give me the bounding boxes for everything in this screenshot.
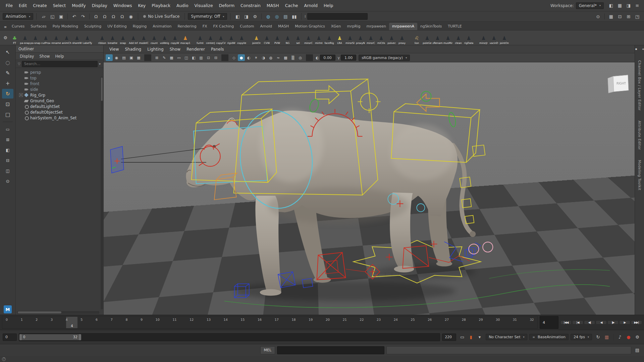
viewport-menu[interactable]: Panels [208, 47, 227, 52]
frame-selected-icon[interactable]: ⊡ [616, 13, 624, 20]
shelf-tab[interactable]: FX [200, 23, 210, 30]
menubar-item[interactable]: Audio [173, 0, 192, 11]
shelf-gear-icon[interactable]: ⚙ [1, 34, 9, 42]
playback-start-field[interactable]: 0 [3, 334, 17, 341]
toggle-left-panel-icon[interactable]: ◧ [607, 2, 615, 9]
shelf-item[interactable]: jointOr [251, 31, 262, 45]
current-frame-field[interactable]: 4 [540, 316, 558, 329]
image-plane-icon[interactable]: ▦ [135, 54, 142, 61]
move-tool[interactable]: + [2, 78, 13, 88]
timeline-frame-label[interactable]: 6 [96, 318, 98, 321]
wireframe-icon[interactable]: ◇ [230, 54, 237, 61]
timeline-frame-label[interactable]: 12 [190, 318, 194, 321]
zoom-tool-icon[interactable]: ⊙ [2, 176, 13, 186]
playback-range[interactable]: 0 32 [20, 334, 81, 340]
step-back-key-button[interactable]: |◀ [572, 320, 583, 324]
outliner-item[interactable]: hairSystem_0_Anim_Set [19, 115, 103, 121]
shelf-item[interactable]: jointOn [499, 31, 509, 45]
animation-end-field[interactable]: 220 [442, 334, 456, 341]
timeline-frame-label[interactable]: 17 [275, 318, 279, 321]
shelf-tab[interactable]: ngSkinTools [417, 23, 445, 30]
save-scene-icon[interactable]: ▣ [57, 13, 65, 20]
shelf-tab[interactable]: XGen [328, 23, 344, 30]
shelf-item[interactable]: mirorJr [478, 31, 489, 45]
timeline-frame-label[interactable]: 4 [66, 318, 68, 321]
toggle-panel-grid-icon[interactable]: ▦ [616, 2, 624, 9]
selection-highlight-icon[interactable]: ⊙ [594, 13, 602, 20]
toggle-right-panel-icon[interactable]: ◨ [625, 2, 633, 9]
shelf-item[interactable]: breathe [107, 31, 118, 45]
timeline-frame-label[interactable]: 29 [479, 318, 483, 321]
exposure-icon[interactable]: ◐ [316, 56, 319, 60]
outliner-menu[interactable]: Show [37, 54, 52, 59]
outliner-menu[interactable]: Display [17, 54, 37, 59]
camera-attributes-icon[interactable]: ▤ [120, 54, 127, 61]
last-tool[interactable]: □ [2, 110, 13, 119]
viewport-menu[interactable]: Renderer [183, 47, 208, 52]
shelf-tab[interactable]: Sculpting [81, 23, 104, 30]
viewport-menu[interactable]: Lighting [144, 47, 167, 52]
speaker-icon[interactable]: ♪ [616, 334, 624, 341]
shelf-item[interactable]: clean [453, 31, 464, 45]
shelf-tab[interactable]: Curves [9, 23, 28, 30]
grid-toggle-icon[interactable]: ▦ [607, 13, 615, 20]
shelf-item[interactable]: animCh [61, 31, 72, 45]
shelf-item[interactable]: proxy [397, 31, 407, 45]
menubar-item[interactable]: Help [321, 0, 336, 11]
outliner-vertical-scrollbar[interactable] [101, 77, 103, 309]
shelf-menu-icon[interactable]: ≡ [2, 23, 9, 30]
step-forward-frame-button[interactable]: |▶ [607, 320, 619, 324]
shelf-tab[interactable]: Poly Modeling [50, 23, 81, 30]
safe-title-icon[interactable]: ⊟ [212, 54, 219, 61]
outliner-item[interactable]: defaultLightSet [19, 104, 103, 109]
shelf-item[interactable]: faceRig [324, 31, 334, 45]
timeline-frame-label[interactable]: 11 [172, 318, 176, 321]
expand-icon[interactable] [19, 76, 23, 80]
timeline-frame-label[interactable]: 18 [291, 318, 296, 321]
shelf-item[interactable]: LabelTy [82, 31, 93, 45]
timeline-frame-label[interactable]: 25 [411, 318, 415, 321]
exposure-field[interactable]: 0.00 [320, 55, 335, 61]
timeline-frame-label[interactable]: 0 [6, 318, 8, 321]
timeline-frame-label[interactable]: 20 [326, 318, 330, 321]
shelf-item[interactable]: pa-snap [20, 31, 30, 45]
shelf-tab[interactable]: Motion Graphics [292, 23, 328, 30]
timeline-frame-label[interactable]: 30 [496, 318, 500, 321]
xray-icon[interactable]: ▒ [289, 54, 297, 61]
shelf-item[interactable]: mocap1 [180, 31, 191, 45]
shelf-tab[interactable]: Surfaces [28, 23, 50, 30]
textured-icon[interactable]: ◐ [245, 54, 252, 61]
shelf-item[interactable]: ♌ lion [412, 31, 422, 45]
expand-icon[interactable] [19, 82, 23, 85]
outliner-item[interactable]: defaultObjectSet [19, 109, 103, 115]
rotate-tool[interactable]: ↻ [2, 89, 13, 99]
shelf-item[interactable]: modelC [139, 31, 149, 45]
shelf-tab[interactable]: Rigging [130, 23, 150, 30]
shelf-item[interactable]: poleGe [422, 31, 432, 45]
timeline-frame-label[interactable]: 31 [513, 318, 517, 321]
shelf-item[interactable]: shareW [72, 31, 82, 45]
smooth-shade-icon[interactable]: ● [238, 54, 245, 61]
camera-home-icon[interactable]: ◳ [633, 13, 641, 20]
safe-action-icon[interactable]: ⊡ [205, 54, 212, 61]
bookmarks-icon[interactable]: ▣ [128, 54, 135, 61]
shelf-tab[interactable]: mrpaweenA [389, 23, 417, 30]
viewport-menu[interactable]: Show [167, 47, 183, 52]
shelf-item[interactable]: proxyN [355, 31, 366, 45]
shelf-item[interactable]: ♣ FT [9, 31, 20, 45]
outliner-item[interactable]: front [19, 81, 103, 86]
snap-to-plane-icon[interactable]: Ω [118, 13, 126, 20]
frame-all-icon[interactable]: ⊞ [625, 13, 633, 20]
output-connections-icon[interactable]: ◨ [242, 13, 250, 20]
menu-set-dropdown[interactable]: Animation ▾ [3, 13, 33, 20]
shadows-icon[interactable]: ◑ [260, 54, 267, 61]
play-backwards-button[interactable]: ◀ [596, 320, 607, 324]
shelf-item[interactable]: mirorC [366, 31, 376, 45]
snap-to-point-icon[interactable]: Ω [109, 13, 117, 20]
shelf-tab[interactable]: MASH [275, 23, 292, 30]
character-menu-caret-icon[interactable]: ▾ [476, 334, 484, 341]
shelf-tab[interactable]: Rendering [174, 23, 199, 30]
render-view-icon[interactable]: ◍ [264, 13, 272, 20]
anim-preferences-icon[interactable]: ⚙ [633, 334, 641, 341]
timeline-frame-label[interactable]: 27 [445, 318, 449, 321]
